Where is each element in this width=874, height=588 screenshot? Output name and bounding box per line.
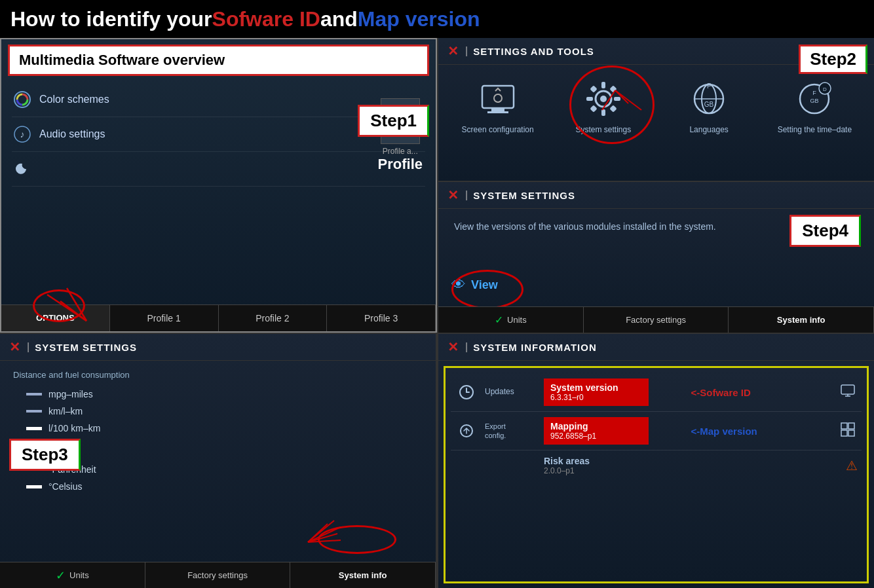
panel-bl-header: ✕ | SYSTEM SETTINGS [0,334,436,361]
title-bar: How to identify your Sofware ID and Map … [0,0,874,38]
updates-icon [455,384,478,400]
svg-point-12 [600,96,607,102]
tab-factory-tr[interactable]: Factory settings [584,307,729,333]
tab-sysinfo-tr[interactable]: System info [729,307,874,333]
screen-config-icon [477,78,519,120]
celsius-label: °Celsius [48,481,83,492]
tab-units-tr[interactable]: ✓ Units [438,307,584,333]
screen-config-label: Screen configuration [462,125,534,136]
title-software: Sofware ID [212,7,320,31]
svg-text:GB: GB [704,101,714,108]
tab-units-bl-label: Units [69,570,89,580]
multimedia-header: Multimedia Software overview [8,45,429,76]
svg-line-39 [308,521,334,542]
tab-options[interactable]: OPTIONS [1,305,110,331]
step1-box: Step1 [358,105,429,137]
risk-areas-label: Risk areas [544,456,839,466]
export-icon [455,423,478,439]
svg-rect-49 [848,423,854,429]
sys-info-rows: Updates System version 6.3.31–r0 <-Sofwa… [446,368,867,486]
sys-info-row-export: Exportconfig. Mapping 952.6858–p1 <-Map … [451,412,862,450]
close-x-icon-2[interactable]: ✕ [447,187,459,203]
menu-item-night-mode[interactable] [12,152,425,187]
close-x-icon-4[interactable]: ✕ [447,339,459,355]
option-celsius[interactable]: °Celsius [26,481,423,492]
tab-factory-bl[interactable]: Factory settings [145,562,291,588]
tools-grid: Screen configuration [438,65,874,149]
svg-line-42 [308,540,341,542]
panel-tr: ✕ | SETTINGS AND TOOLS Scre [437,38,874,333]
tool-set-time-date[interactable]: F GB D Setting the time–date [769,78,860,136]
tabs-bottom-tr: ✓ Units Factory settings System info [438,306,874,333]
title-middle: and [320,7,358,31]
option-kml-km[interactable]: km/l–km [26,406,423,416]
kml-km-label: km/l–km [48,406,83,416]
system-settings-icon [582,78,624,120]
divider: | [465,45,468,57]
sysinfo-circle-annotation [318,525,396,554]
tab-profile3[interactable]: Profile 3 [327,305,436,331]
view-row: 👁 View [451,276,498,293]
software-id-arrow: <-Sofware ID [691,387,832,398]
settings-tools-title: SETTINGS AND TOOLS [473,46,594,57]
option-l100km[interactable]: l/100 km–km [26,423,423,433]
tab-units-bl[interactable]: ✓ Units [0,562,145,588]
tool-languages[interactable]: F GB Languages [663,78,755,136]
profile-large-label: Profile [378,156,423,173]
radio-kml-km [26,410,42,413]
sys-info-yellow-border: Updates System version 6.3.31–r0 <-Sofwa… [444,366,869,583]
svg-rect-18 [609,85,617,92]
languages-label: Languages [689,125,728,136]
export-label: Exportconfig. [485,422,537,441]
svg-rect-50 [841,430,847,436]
system-version-title: System version [550,382,642,393]
risk-areas-value: 2.0.0–p1 [544,466,839,475]
panel-br-title: SYSTEM INFORMATION [473,342,597,353]
tab-profile1[interactable]: Profile 1 [110,305,219,331]
close-x-icon-3[interactable]: ✕ [9,339,20,355]
svg-line-40 [308,527,341,542]
tool-screen-config[interactable]: Screen configuration [452,78,544,136]
monitor-icon [838,383,858,402]
panel-br-header: ✕ | SYSTEM INFORMATION [438,334,874,361]
divider-2: | [465,189,468,201]
svg-line-41 [308,534,337,542]
svg-line-38 [308,524,328,542]
mapping-data: Mapping 952.6858–p1 [544,417,649,445]
svg-point-10 [494,94,502,102]
panel-multimedia: Multimedia Software overview Color schem… [0,38,437,333]
audio-settings-label: Audio settings [39,128,105,140]
option-mpg-miles[interactable]: mpg–miles [26,389,423,399]
svg-rect-8 [491,108,504,111]
view-eye-icon: 👁 [451,276,466,293]
tab-sysinfo-bl[interactable]: System info [290,562,436,588]
radio-l100km [26,427,42,430]
audio-settings-icon: ♪ [12,124,33,145]
profile-small-label: Profile a... [383,147,418,156]
close-x-icon[interactable]: ✕ [447,43,459,59]
tabs-bottom-bl: ✓ Units Factory settings System info [0,562,436,588]
distance-label: Distance and fuel consumption [13,370,423,380]
mapping-value: 952.6858–p1 [550,432,642,441]
svg-text:D: D [823,86,827,92]
set-time-date-icon: F GB D [793,78,835,120]
tab-profile2[interactable]: Profile 2 [219,305,328,331]
svg-rect-16 [614,97,620,101]
svg-rect-51 [848,430,854,436]
panel-bl-title: SYSTEM SETTINGS [35,342,137,353]
svg-text:GB: GB [810,98,819,104]
title-map: Map version [358,7,480,31]
panel-bl: ✕ | SYSTEM SETTINGS Distance and fuel co… [0,333,437,588]
panel-br: ✕ | SYSTEM INFORMATION Updates [437,333,874,588]
night-mode-icon [12,158,33,179]
mapping-title: Mapping [550,421,642,432]
tab-units-tr-label: Units [507,315,527,325]
check-icon-bl: ✓ [56,568,66,583]
system-settings-tr-panel: ✕ | SYSTEM SETTINGS View the versions of… [438,182,874,333]
settings-tools-panel: ✕ | SETTINGS AND TOOLS Scre [438,38,874,182]
svg-rect-14 [601,109,605,116]
divider-4: | [465,341,468,353]
option-fahrenheit[interactable]: °Fahrenheit [26,464,423,475]
tool-system-settings[interactable]: System settings [558,78,649,136]
view-label[interactable]: View [471,278,498,292]
